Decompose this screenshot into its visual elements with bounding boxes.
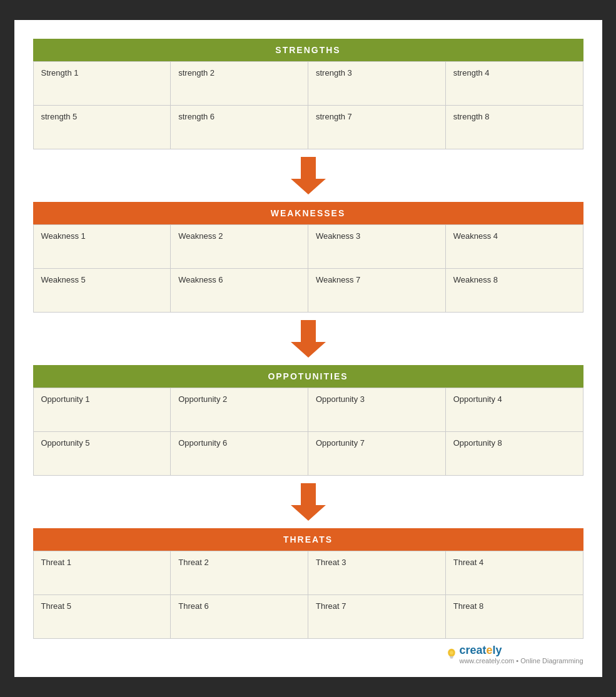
weaknesses-cell-8[interactable]: Weakness 8 <box>446 269 583 313</box>
strengths-cell-1[interactable]: Strength 1 <box>34 62 171 106</box>
opportunities-cell-5[interactable]: Opportunity 5 <box>34 432 171 476</box>
weaknesses-cell-5[interactable]: Weakness 5 <box>34 269 171 313</box>
section-opportunities: OPPOTUNITIESOpportunity 1Opportunity 2Op… <box>33 365 583 476</box>
strengths-cell-4[interactable]: strength 4 <box>446 62 583 106</box>
opportunities-header: OPPOTUNITIES <box>33 365 583 388</box>
threats-cell-3[interactable]: Threat 3 <box>308 551 446 595</box>
svg-point-6 <box>450 651 454 654</box>
section-strengths: STRENGTHSStrength 1strength 2strength 3s… <box>33 39 583 149</box>
section-weaknesses: WEAKNESSESWeakness 1Weakness 2Weakness 3… <box>33 202 583 313</box>
brand-name: creately <box>459 644 583 657</box>
threats-cell-8[interactable]: Threat 8 <box>446 595 583 639</box>
weaknesses-grid: Weakness 1Weakness 2Weakness 3Weakness 4… <box>33 224 583 313</box>
threats-grid: Threat 1Threat 2Threat 3Threat 4Threat 5… <box>33 551 583 639</box>
opportunities-cell-7[interactable]: Opportunity 7 <box>308 432 446 476</box>
arrow-3 <box>33 476 583 528</box>
weaknesses-cell-3[interactable]: Weakness 3 <box>308 225 446 269</box>
threats-cell-7[interactable]: Threat 7 <box>308 595 446 639</box>
section-threats: THREATSThreat 1Threat 2Threat 3Threat 4T… <box>33 528 583 639</box>
weaknesses-cell-1[interactable]: Weakness 1 <box>34 225 171 269</box>
threats-cell-2[interactable]: Threat 2 <box>171 551 308 595</box>
watermark: creately www.creately.com • Online Diagr… <box>33 644 583 664</box>
opportunities-cell-1[interactable]: Opportunity 1 <box>34 388 171 432</box>
opportunities-cell-8[interactable]: Opportunity 8 <box>446 432 583 476</box>
strengths-cell-8[interactable]: strength 8 <box>446 106 583 149</box>
page: STRENGTHSStrength 1strength 2strength 3s… <box>14 20 602 677</box>
tagline: www.creately.com • Online Diagramming <box>459 657 583 664</box>
opportunities-cell-4[interactable]: Opportunity 4 <box>446 388 583 432</box>
opportunities-cell-2[interactable]: Opportunity 2 <box>171 388 308 432</box>
strengths-grid: Strength 1strength 2strength 3strength 4… <box>33 61 583 149</box>
threats-cell-5[interactable]: Threat 5 <box>34 595 171 639</box>
strengths-cell-6[interactable]: strength 6 <box>171 106 308 149</box>
strengths-header: STRENGTHS <box>33 39 583 61</box>
svg-marker-0 <box>291 157 326 194</box>
threats-cell-6[interactable]: Threat 6 <box>171 595 308 639</box>
weaknesses-header: WEAKNESSES <box>33 202 583 224</box>
weaknesses-cell-4[interactable]: Weakness 4 <box>446 225 583 269</box>
threats-header: THREATS <box>33 528 583 551</box>
strengths-cell-7[interactable]: strength 7 <box>308 106 446 149</box>
svg-marker-1 <box>291 320 326 358</box>
svg-rect-5 <box>450 658 453 658</box>
strengths-cell-2[interactable]: strength 2 <box>171 62 308 106</box>
arrow-1 <box>33 149 583 202</box>
svg-marker-2 <box>291 483 326 521</box>
svg-rect-4 <box>450 656 454 657</box>
bulb-icon <box>447 648 457 661</box>
arrow-2 <box>33 313 583 365</box>
weaknesses-cell-7[interactable]: Weakness 7 <box>308 269 446 313</box>
opportunities-cell-3[interactable]: Opportunity 3 <box>308 388 446 432</box>
opportunities-grid: Opportunity 1Opportunity 2Opportunity 3O… <box>33 388 583 476</box>
strengths-cell-3[interactable]: strength 3 <box>308 62 446 106</box>
strengths-cell-5[interactable]: strength 5 <box>34 106 171 149</box>
threats-cell-4[interactable]: Threat 4 <box>446 551 583 595</box>
opportunities-cell-6[interactable]: Opportunity 6 <box>171 432 308 476</box>
weaknesses-cell-2[interactable]: Weakness 2 <box>171 225 308 269</box>
threats-cell-1[interactable]: Threat 1 <box>34 551 171 595</box>
weaknesses-cell-6[interactable]: Weakness 6 <box>171 269 308 313</box>
